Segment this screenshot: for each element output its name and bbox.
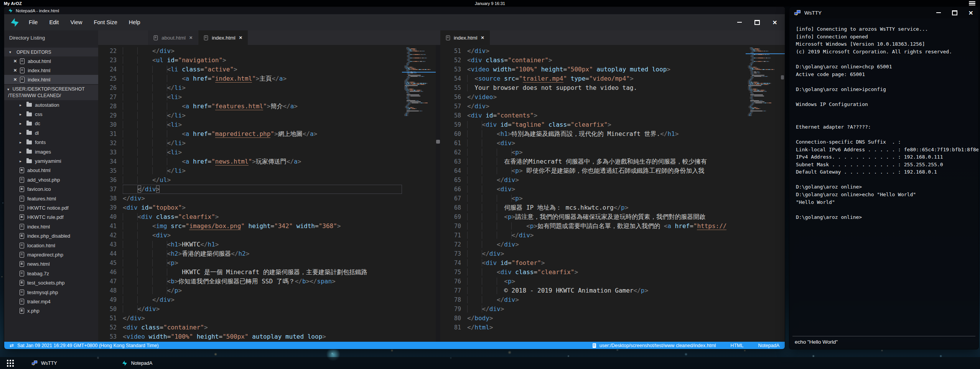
- tree-folder-css[interactable]: ▸css: [4, 109, 98, 119]
- tree-file-testmysql.php[interactable]: testmysql.php: [4, 288, 98, 297]
- hamburger-menu-icon[interactable]: [969, 1, 975, 5]
- left-scrollbar-thumb[interactable]: [436, 140, 440, 144]
- code-line: 67 <p>: [440, 194, 746, 203]
- tree-folder-fonts[interactable]: ▸fonts: [4, 138, 98, 147]
- tree-file-trailer.mp4[interactable]: trailer.mp4: [4, 297, 98, 306]
- code-line: 53<video width="100%" height="500px" aut…: [98, 332, 402, 341]
- file-label: HKWTC rule.pdf: [27, 214, 64, 220]
- tree-file-favicon.ico[interactable]: favicon.ico: [4, 185, 98, 194]
- minimap-left[interactable]: [402, 45, 436, 342]
- open-editor-label: index.html: [28, 68, 50, 73]
- maximize-button[interactable]: [952, 10, 958, 16]
- tree-file-mapredirect.php[interactable]: mapredirect.php: [4, 250, 98, 259]
- terminal-input[interactable]: echo "Hello World": [792, 336, 975, 347]
- open-editors-label: OPEN EDITORS: [16, 50, 51, 55]
- right-scrollbar-thumb[interactable]: [781, 75, 784, 79]
- tree-file-add_vhost.php[interactable]: add_vhost.php: [4, 175, 98, 184]
- file-icon: [154, 35, 158, 40]
- file-icon: [20, 167, 24, 173]
- chevron-down-icon: ▾: [7, 86, 11, 93]
- minimap-right[interactable]: [746, 45, 785, 342]
- folder-icon: [26, 103, 32, 107]
- tree-folder-dc[interactable]: ▸dc: [4, 119, 98, 128]
- code-line: 30 <li>: [98, 120, 402, 129]
- open-editor-item[interactable]: ✕index.html: [4, 66, 98, 75]
- tree-file-about.html[interactable]: about.html: [4, 166, 98, 175]
- tree-file-teabag.7z[interactable]: teabag.7z: [4, 269, 98, 278]
- tree-file-index.html[interactable]: index.html: [4, 222, 98, 231]
- tab-close-icon[interactable]: ✕: [189, 35, 193, 40]
- tree-file-index.php_disabled[interactable]: index.php_disabled: [4, 231, 98, 240]
- tab-close-icon[interactable]: ✕: [481, 35, 484, 40]
- minimize-button[interactable]: [736, 19, 743, 25]
- folder-icon: [26, 141, 32, 144]
- tree-folder-images[interactable]: ▸images: [4, 147, 98, 156]
- terminal-output[interactable]: [info] Conencting to arozos WsTTY servic…: [789, 18, 978, 336]
- code-editor-right[interactable]: 51</div>52<div class="container">53<vide…: [440, 45, 746, 342]
- code-line-content: </video>: [467, 93, 746, 102]
- chevron-right-icon: ▸: [20, 121, 23, 126]
- line-number: 51: [440, 46, 467, 56]
- close-button[interactable]: ✕: [772, 19, 778, 25]
- menu-item-font-size[interactable]: Font Size: [88, 14, 123, 30]
- code-line-content: HKWTC 是一個 Minecraft 的建築伺服器，主要建築計劃包括鐵路: [123, 268, 402, 277]
- code-line: 33 <li>: [98, 148, 402, 157]
- open-editor-item[interactable]: ✕index.html: [4, 75, 98, 84]
- line-number: 52: [440, 56, 467, 65]
- editor-splitter[interactable]: [436, 45, 440, 342]
- folder-label: autostation: [35, 102, 59, 108]
- notepada-title-bar[interactable]: NotepadA - index.html: [4, 7, 785, 14]
- wstty-title-bar[interactable]: WsTTY ✕: [789, 7, 978, 18]
- notepada-status-bar: ⇄ Sat Jan 09 2021 16:29:49 GMT+0800 (Hon…: [4, 342, 785, 349]
- tree-file-HKWTC_rule.pdf[interactable]: HKWTC rule.pdf: [4, 213, 98, 222]
- tree-file-news.html[interactable]: news.html: [4, 260, 98, 269]
- tree-file-location.html[interactable]: location.html: [4, 241, 98, 250]
- tree-file-x.php[interactable]: x.php: [4, 306, 98, 316]
- taskbar: WsTTY NotepadA: [0, 357, 980, 369]
- workspace-root-header[interactable]: ▾ USER:/DESKTOP/SCREENSHOT /TEST/WWW CLE…: [4, 85, 98, 100]
- code-line-content: <div id="footer">: [467, 258, 746, 268]
- tab-label: index.html: [212, 35, 236, 41]
- taskbar-item-notepada[interactable]: NotepadA: [118, 357, 156, 369]
- tree-folder-autostation[interactable]: ▸autostation: [4, 100, 98, 109]
- code-line: 43 <h1>HKWTC</h1>: [98, 240, 402, 249]
- close-icon[interactable]: ✕: [13, 77, 17, 82]
- file-label: test_sockets.php: [27, 280, 65, 286]
- menu-item-edit[interactable]: Edit: [43, 14, 64, 30]
- tree-folder-yamiyamimi[interactable]: ▸yamiyamimi: [4, 156, 98, 165]
- tree-file-features.html[interactable]: features.html: [4, 194, 98, 203]
- code-line: 32 </li>: [98, 139, 402, 148]
- menu-item-file[interactable]: File: [23, 14, 43, 30]
- tab-close-icon[interactable]: ✕: [239, 35, 242, 40]
- editor-tab-index.html[interactable]: index.html✕: [198, 30, 248, 45]
- minimize-button[interactable]: [936, 10, 942, 16]
- folder-label: dc: [35, 121, 40, 126]
- line-number: 39: [98, 203, 123, 212]
- terminal-line: Windows IP Configuration: [796, 101, 976, 108]
- app-launcher-grid-icon[interactable]: [7, 360, 14, 367]
- file-icon: [20, 261, 24, 267]
- open-editor-item[interactable]: ✕about.html: [4, 56, 98, 66]
- code-line: 55 Your browser does not support the vid…: [440, 83, 746, 93]
- taskbar-item-wstty[interactable]: WsTTY: [28, 357, 61, 369]
- close-icon[interactable]: ✕: [13, 59, 17, 64]
- file-label: index.php_disabled: [27, 233, 70, 239]
- menu-item-view[interactable]: View: [64, 14, 88, 30]
- code-editor-left[interactable]: 22 </div>23 <ul id="navigation">24 <li c…: [98, 45, 402, 342]
- tree-file-test_sockets.php[interactable]: test_sockets.php: [4, 278, 98, 287]
- editor-tab-about.html[interactable]: about.html✕: [148, 30, 198, 45]
- terminal-line: D:\golang\aroz online>: [796, 213, 976, 221]
- maximize-button[interactable]: [754, 19, 760, 25]
- open-editors-section-header[interactable]: ▾ OPEN EDITORS: [4, 48, 98, 56]
- close-icon[interactable]: ✕: [13, 68, 17, 73]
- wstty-icon: [31, 361, 38, 366]
- editor-tab-index.html[interactable]: index.html✕: [440, 30, 490, 45]
- swap-arrows-icon[interactable]: ⇄: [10, 343, 14, 348]
- menu-item-help[interactable]: Help: [123, 14, 146, 30]
- close-button[interactable]: ✕: [968, 10, 974, 16]
- line-number: 28: [98, 102, 123, 111]
- tree-folder-dl[interactable]: ▸dl: [4, 128, 98, 137]
- tree-file-HKWTC_notice.pdf[interactable]: HKWTC notice.pdf: [4, 203, 98, 212]
- line-number: 59: [440, 120, 467, 129]
- line-number: 71: [440, 231, 467, 240]
